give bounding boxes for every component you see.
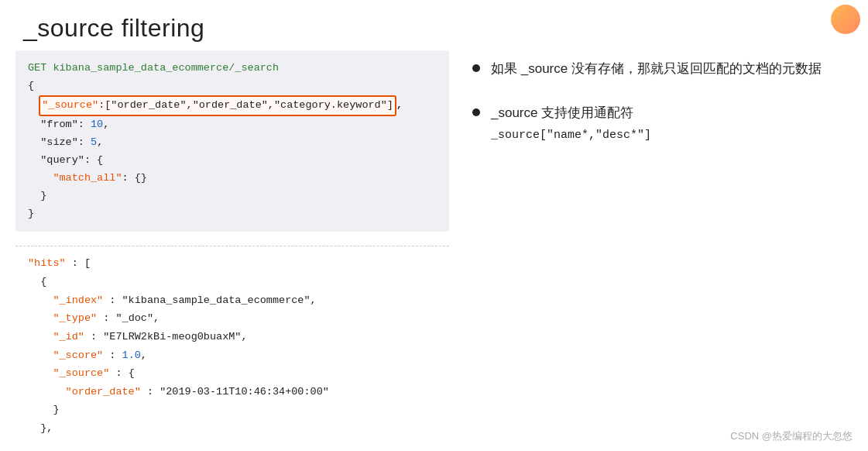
- code2-line-orderdate: "order_date" : "2019-03-11T10:46:34+00:0…: [28, 383, 437, 401]
- watermark: CSDN @热爱编程的大忽悠: [730, 429, 853, 443]
- code-line-from: "from": 10,: [28, 116, 437, 134]
- code-line-get: GET kibana_sample_data_ecommerce/_search: [28, 60, 437, 77]
- code2-line-type: "_type" : "_doc",: [28, 309, 437, 328]
- code2-line-source: "_source" : {: [28, 364, 437, 383]
- code2-line-open: {: [28, 273, 437, 291]
- bullet-dot-1: [472, 64, 480, 72]
- code-block-1: GET kibana_sample_data_ecommerce/_search…: [15, 50, 449, 232]
- bullet-text-1: 如果 _source 没有存储，那就只返回匹配的文档的元数据: [491, 58, 829, 79]
- code-line-close-inner: }: [28, 188, 437, 205]
- code2-line-index: "_index" : "kibana_sample_data_ecommerce…: [28, 291, 437, 310]
- bullet-text-2-line1: _source 支持使用通配符: [491, 102, 829, 123]
- bullet-item-1: 如果 _source 没有存储，那就只返回匹配的文档的元数据: [472, 58, 829, 79]
- bullet-dot-2: [472, 108, 480, 116]
- code-line-query: "query": {: [28, 152, 437, 170]
- code2-line-score: "_score" : 1.0,: [28, 346, 437, 365]
- bullet-text-2-line2: _source["name*,"desc*"]: [491, 126, 829, 145]
- code-line-size: "size": 5,: [28, 134, 437, 152]
- left-panel: GET kibana_sample_data_ecommerce/_search…: [15, 50, 449, 446]
- bullet-text-2: _source 支持使用通配符 _source["name*,"desc*"]: [491, 102, 829, 145]
- code-line-close-outer: }: [28, 205, 437, 223]
- right-panel: 如果 _source 没有存储，那就只返回匹配的文档的元数据 _source 支…: [449, 50, 853, 446]
- code-line-source: "_source":["order_date","order_date","ca…: [28, 95, 437, 116]
- code2-line-id: "_id" : "E7LRW2kBi-meog0buaxM",: [28, 328, 437, 346]
- code2-line-hits: "hits" : [: [28, 254, 437, 273]
- code2-line-close-hit: },: [28, 419, 437, 438]
- code2-line-close-source: }: [28, 401, 437, 419]
- code-block-2: "hits" : [ { "_index" : "kibana_sample_d…: [15, 246, 449, 445]
- bullet-item-2: _source 支持使用通配符 _source["name*,"desc*"]: [472, 102, 829, 145]
- code-line-open: {: [28, 77, 437, 95]
- code-line-matchall: "match_all": {}: [28, 170, 437, 188]
- page-title: _source filtering: [0, 0, 868, 50]
- avatar: [831, 5, 860, 34]
